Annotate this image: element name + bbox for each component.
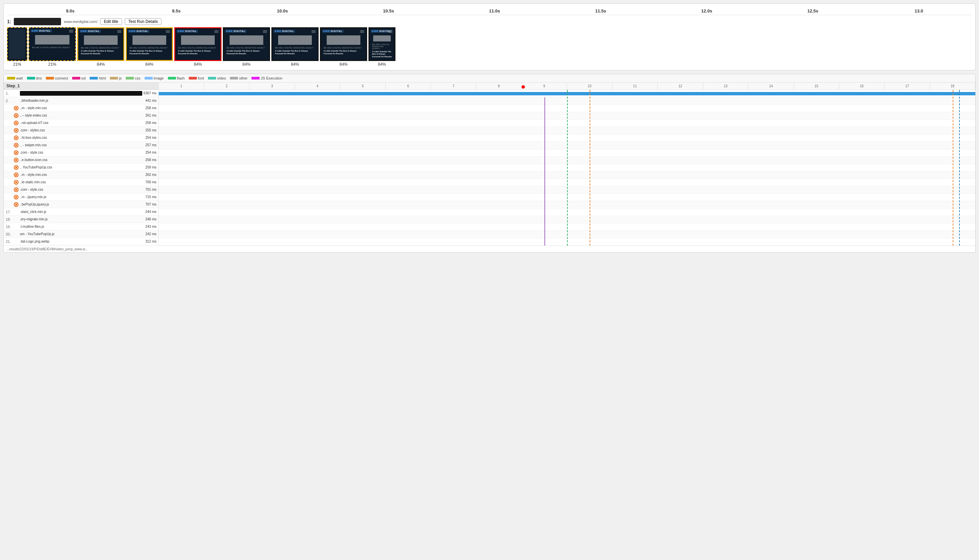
filename: om - YouTubePopUp.js	[20, 232, 144, 236]
table-row[interactable]: ..nd-upload-cf7.css258 ms	[4, 119, 159, 127]
filename: ..nd-upload-cf7.css	[20, 121, 144, 125]
table-row[interactable]: 17..stant_click.min.js244 ms	[4, 208, 159, 216]
legend-item: wait	[7, 76, 23, 80]
legend-label: other	[239, 76, 247, 80]
ruler-tick: 12.0s	[654, 8, 760, 13]
ruler-ticks: 9.0s9.5s10.0s10.5s11.0s11.5s12.0s12.5s13…	[17, 8, 972, 13]
filename: .stant_click.min.js	[20, 210, 144, 213]
chart-ruler-tick: 17	[885, 83, 930, 90]
duration: 258 ms	[145, 121, 156, 125]
table-row[interactable]: .. YouTubePopUp.css259 ms	[4, 164, 159, 171]
legend-item: JS Execution	[252, 76, 282, 80]
duration: 707 ms	[145, 203, 156, 206]
error-icon	[14, 150, 18, 155]
legend-label: video	[217, 76, 226, 80]
duration: 254 ms	[145, 151, 156, 154]
filename: .ery-migrate.min.js	[20, 217, 144, 221]
waterfall-body: Step_1 1.6367 ms2...bfontloader.min.js44…	[4, 83, 975, 246]
filename: ..m - style.min.css	[20, 173, 144, 177]
legend-item: css	[126, 76, 140, 80]
legend-item: flash	[168, 76, 185, 80]
chart-ruler-tick: 7	[431, 83, 476, 90]
filename: .com - styles.css	[20, 128, 144, 132]
chart-ruler-tick: 8	[476, 83, 522, 90]
filmstrip-item[interactable]: 21%	[7, 27, 27, 67]
table-row[interactable]: .com - styles.css255 ms	[4, 127, 159, 134]
table-row[interactable]: ..le-static.min.css700 ms	[4, 178, 159, 186]
legend-color	[72, 77, 80, 80]
chart-ruler-tick: 5	[340, 83, 386, 90]
table-row[interactable]: 19..l-multine-files.js243 ms	[4, 223, 159, 230]
legend-item: video	[208, 76, 226, 80]
table-row[interactable]: .com - style.css254 ms	[4, 149, 159, 156]
filmstrip-item[interactable]: EWR DIGITALWE ARE A DIGITAL MARKETING AG…	[369, 27, 396, 67]
ruler-tick: 9.0s	[17, 8, 124, 13]
waterfall-panel: waitdnsconnectsslhtmljscssimageflashfont…	[3, 74, 976, 253]
legend-color	[46, 77, 54, 80]
duration: 246 ms	[145, 217, 156, 221]
filmstrip-item[interactable]: EWR DIGITALWE ARE A DIGITAL MARKETING AG…	[28, 27, 76, 67]
filmstrip-item[interactable]: EWR DIGITALWE ARE A DIGITAL MARKETING AG…	[223, 27, 270, 67]
table-row[interactable]: ..m - style.min.css258 ms	[4, 105, 159, 112]
legend-label: flash	[177, 76, 185, 80]
table-row[interactable]: ..-- style-index.css261 ms	[4, 112, 159, 119]
table-row[interactable]: 21..ital-Logo.png.webp312 ms	[4, 238, 159, 245]
frame-percent: 84%	[378, 62, 386, 67]
chart-ruler-tick: 4	[295, 83, 341, 90]
legend-item: html	[90, 76, 106, 80]
filename: .ital-Logo.png.webp	[20, 240, 144, 243]
error-icon	[14, 128, 18, 133]
ruler-tick: 10.5s	[336, 8, 442, 13]
duration: 261 ms	[145, 113, 156, 117]
orange-vertical-line	[953, 90, 953, 246]
table-row[interactable]: 2...bfontloader.min.js441 ms	[4, 97, 159, 105]
table-row[interactable]: ..bePopUp.jquery.js707 ms	[4, 201, 159, 208]
legend-color	[252, 77, 260, 80]
filmstrip-item[interactable]: EWR DIGITALWE ARE A DIGITAL MARKETING AG…	[126, 27, 173, 67]
legend-item: connect	[46, 76, 68, 80]
legend-item: other	[230, 76, 247, 80]
blue-vertical-line	[959, 90, 960, 246]
ruler-tick: 9.5s	[124, 8, 230, 13]
table-row[interactable]: ..ht-box-styles.css254 ms	[4, 134, 159, 142]
filename: ..-- style-index.css	[20, 113, 144, 117]
test-run-details-button[interactable]: Test Run Details	[125, 18, 162, 25]
legend-color	[230, 77, 238, 80]
table-row[interactable]: 18..ery-migrate.min.js246 ms	[4, 216, 159, 223]
ruler-tick: 12.5s	[760, 8, 866, 13]
error-icon	[14, 158, 18, 162]
legend-color	[7, 77, 15, 80]
table-row[interactable]: ..e-button-icon.css258 ms	[4, 156, 159, 164]
filmstrip-item[interactable]: EWR DIGITALWE ARE A DIGITAL MARKETING AG…	[320, 27, 367, 67]
error-icon	[14, 195, 18, 200]
table-row[interactable]: .. - swiper.min.css257 ms	[4, 142, 159, 149]
table-row[interactable]: .com - style.css701 ms	[4, 186, 159, 193]
row-number: 21.	[6, 240, 14, 243]
ruler-tick: 13.0	[866, 8, 972, 13]
table-row[interactable]: 1.6367 ms	[4, 90, 159, 97]
filmstrip-item[interactable]: EWR DIGITALWE ARE A DIGITAL MARKETING AG…	[174, 27, 222, 67]
legend-item: font	[189, 76, 204, 80]
filename: ..e-button-icon.css	[20, 158, 144, 162]
edit-title-button[interactable]: Edit title	[100, 18, 122, 25]
table-row[interactable]: ..m - style.min.css262 ms	[4, 171, 159, 178]
error-icon	[14, 180, 18, 185]
table-row[interactable]: ..m - jquery.min.js715 ms	[4, 193, 159, 201]
filmstrip-item[interactable]: EWR DIGITALWE ARE A DIGITAL MARKETING AG…	[271, 27, 319, 67]
row-number: 18.	[6, 217, 14, 222]
legend-item: js	[110, 76, 122, 80]
step-header: Step_1	[4, 83, 159, 90]
track-label-box	[14, 18, 61, 25]
chart-ruler-tick: 11	[613, 83, 658, 90]
legend-item: image	[145, 76, 164, 80]
chart-ruler-tick: 14	[748, 83, 794, 90]
filmstrip-item[interactable]: EWR DIGITALWE ARE A DIGITAL MARKETING AG…	[77, 27, 124, 67]
filename: .com - style.css	[20, 188, 144, 192]
ruler-tick: 10.0s	[229, 8, 336, 13]
legend-color	[110, 77, 118, 80]
duration: 262 ms	[145, 173, 156, 177]
table-row[interactable]: 20.om - YouTubePopUp.js242 ms	[4, 230, 159, 238]
chart-ruler-tick: 12	[658, 83, 703, 90]
chart-ruler-tick: 1	[159, 83, 204, 90]
frame-percent: 84%	[145, 62, 154, 67]
